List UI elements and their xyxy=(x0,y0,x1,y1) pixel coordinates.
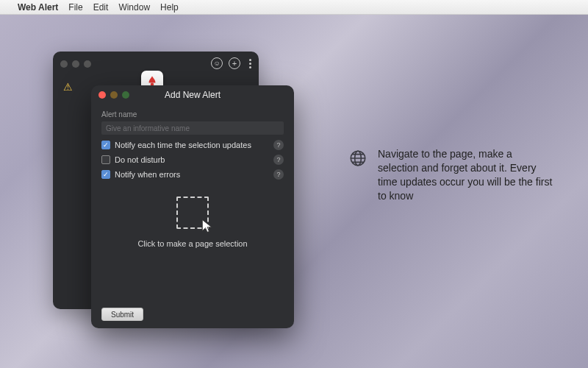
alert-name-input[interactable] xyxy=(101,121,284,135)
menu-file[interactable]: File xyxy=(68,2,82,13)
selection-hint: Click to make a page selection xyxy=(101,239,284,248)
add-icon[interactable]: + xyxy=(229,57,240,69)
checkbox-notify-errors[interactable]: ✓ xyxy=(101,170,110,179)
dialog-title: Add New Alert xyxy=(165,90,220,100)
window-close-inactive[interactable] xyxy=(60,60,68,68)
window-zoom-button[interactable] xyxy=(122,91,129,99)
marketing-blurb: Navigate to the page, make a selection a… xyxy=(348,147,554,203)
help-icon[interactable]: ? xyxy=(273,155,284,165)
menu-window[interactable]: Window xyxy=(118,2,150,13)
window-minimize-inactive[interactable] xyxy=(72,60,79,68)
checkbox-do-not-disturb[interactable] xyxy=(101,155,110,164)
help-icon[interactable]: ? xyxy=(273,140,284,150)
help-icon[interactable]: ? xyxy=(273,169,284,180)
window-minimize-button[interactable] xyxy=(110,91,118,99)
window-close-button[interactable] xyxy=(98,91,106,99)
face-icon[interactable]: ☺ xyxy=(211,57,223,69)
checkbox-notify-updates[interactable]: ✓ xyxy=(101,141,110,149)
menu-bar: Web Alert File Edit Window Help xyxy=(0,0,588,15)
menu-help[interactable]: Help xyxy=(160,2,179,13)
submit-button[interactable]: Submit xyxy=(101,308,143,321)
more-icon[interactable] xyxy=(249,59,251,68)
warning-icon: ⚠︎ xyxy=(63,81,73,93)
checkbox-notify-errors-label: Notify when errors xyxy=(115,170,180,179)
app-menu[interactable]: Web Alert xyxy=(18,2,58,13)
globe-icon xyxy=(348,149,368,171)
dialog-titlebar: Add New Alert xyxy=(91,85,294,105)
add-alert-dialog: Add New Alert Alert name ✓ Notify each t… xyxy=(91,85,294,328)
cursor-icon xyxy=(200,219,215,235)
checkbox-notify-updates-label: Notify each time the selection updates xyxy=(115,141,251,149)
window-zoom-inactive[interactable] xyxy=(84,60,91,68)
checkbox-do-not-disturb-label: Do not disturb xyxy=(115,155,165,164)
selection-area[interactable] xyxy=(176,197,209,229)
alert-name-label: Alert name xyxy=(101,110,284,118)
blurb-text: Navigate to the page, make a selection a… xyxy=(378,147,554,203)
menu-edit[interactable]: Edit xyxy=(93,2,109,13)
